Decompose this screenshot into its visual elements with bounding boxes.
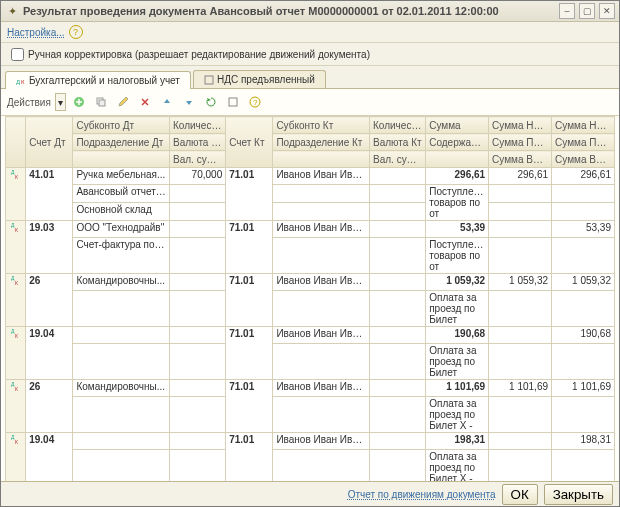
cell-empty — [273, 344, 370, 380]
cell-acc-kt: 71.01 — [226, 380, 273, 433]
move-up-icon[interactable] — [158, 93, 176, 111]
cell-sub-dt: ООО "Технодрайв" — [73, 221, 170, 238]
cell-s2: 1 101,69 — [489, 380, 552, 397]
hdr-svr-kt[interactable]: Сумма ВР Кт — [552, 151, 615, 168]
table-row[interactable]: ДК19.0471.01Иванов Иван Ива...190,68190,… — [6, 327, 615, 344]
cell-sub-kt: Иванов Иван Ива... — [273, 327, 370, 344]
cell-acc-dt: 19.04 — [26, 327, 73, 380]
hdr-podrazd-dt[interactable]: Подразделение Дт — [73, 134, 170, 151]
table-row[interactable]: ДК26Командировочны...71.01Иванов Иван Ив… — [6, 274, 615, 291]
table-row[interactable]: Авансовый отчет ...Поступление товаров п… — [6, 185, 615, 203]
table-row[interactable]: ДК41.01Ручка мебельная...70,00071.01Иван… — [6, 168, 615, 185]
hdr-val-kt[interactable]: Валюта Кт — [370, 134, 426, 151]
tab-vat[interactable]: НДС предъявленный — [193, 70, 326, 88]
actions-dropdown[interactable]: ▾ — [55, 93, 66, 111]
cell-desc: Поступление товаров по от — [426, 238, 489, 274]
actions-label: Действия — [7, 97, 51, 108]
cell-sub-dt: Командировочны... — [73, 274, 170, 291]
hdr-podrazd-kt[interactable]: Подразделение Кт — [273, 134, 370, 151]
cell-empty — [273, 291, 370, 327]
footer: Отчет по движениям документа ОК Закрыть — [1, 481, 619, 506]
hdr-spr-dt[interactable]: Сумма ПР Дт — [489, 134, 552, 151]
hdr-snu-dt[interactable]: Сумма НУ Дт — [489, 117, 552, 134]
cell-empty — [273, 397, 370, 433]
hdr-mark[interactable] — [6, 117, 26, 168]
report-link[interactable]: Отчет по движениям документа — [348, 489, 496, 500]
table-row[interactable]: ДК19.0471.01Иванов Иван Ива...198,31198,… — [6, 433, 615, 450]
hdr-val-dt[interactable]: Валюта Дт — [170, 134, 226, 151]
cell-sub-dt: Авансовый отчет ... — [73, 185, 170, 203]
refresh-icon[interactable] — [202, 93, 220, 111]
hdr-schet-dt[interactable]: Счет Дт — [26, 117, 73, 168]
edit-icon[interactable] — [114, 93, 132, 111]
cell-qty — [170, 433, 226, 450]
table-row[interactable]: Оплата за проезд по Билет Х - — [6, 450, 615, 482]
help2-icon[interactable]: ? — [246, 93, 264, 111]
cell-qty — [170, 380, 226, 397]
cell-acc-dt: 41.01 — [26, 168, 73, 221]
cell-empty — [552, 291, 615, 327]
ok-button[interactable]: ОК — [502, 484, 538, 505]
row-mark-icon: ДК — [6, 274, 26, 327]
table-row[interactable]: ДК19.03ООО "Технодрайв"71.01Иванов Иван … — [6, 221, 615, 238]
titlebar: ✦ Результат проведения документа Авансов… — [1, 1, 619, 22]
cell-empty — [489, 291, 552, 327]
svg-rect-2 — [205, 76, 213, 84]
hdr-svr-dt[interactable]: Сумма ВР Дт — [489, 151, 552, 168]
cell-sub-kt: Иванов Иван Ива... — [273, 168, 370, 185]
hdr-summa[interactable]: Сумма — [426, 117, 489, 134]
cell-empty — [552, 450, 615, 482]
copy-icon[interactable] — [92, 93, 110, 111]
hdr-sub-dt[interactable]: Субконто Дт — [73, 117, 170, 134]
table-header: Счет Дт Субконто Дт Количеств... Счет Кт… — [6, 117, 615, 168]
manual-edit-checkbox[interactable] — [11, 48, 24, 61]
help-icon[interactable]: ? — [69, 25, 83, 39]
maximize-icon[interactable]: ▢ — [579, 3, 595, 19]
cell-s2 — [489, 433, 552, 450]
hdr-snu-kt[interactable]: Сумма НУ Кт — [552, 117, 615, 134]
cell-empty — [170, 185, 226, 203]
svg-rect-6 — [229, 98, 237, 106]
cell-sub-dt: Счет-фактура пол... — [73, 238, 170, 274]
row-mark-icon: ДК — [6, 380, 26, 433]
tab-accounting[interactable]: ДК Бухгалтерский и налоговый учет — [5, 71, 191, 89]
hdr-qty-kt[interactable]: Количеств... — [370, 117, 426, 134]
manual-edit-label: Ручная корректировка (разрешает редактир… — [28, 49, 370, 60]
table-row[interactable]: Счет-фактура пол...Поступление товаров п… — [6, 238, 615, 274]
table-row[interactable]: ДК26Командировочны...71.01Иванов Иван Ив… — [6, 380, 615, 397]
cell-s3: 1 101,69 — [552, 380, 615, 397]
cell-empty — [370, 397, 426, 433]
delete-icon[interactable] — [136, 93, 154, 111]
cell-qty-kt — [370, 168, 426, 185]
settings-link[interactable]: Настройка... — [7, 27, 65, 38]
hdr-valsum-kt[interactable]: Вал. сумм... — [370, 151, 426, 168]
cell-sum: 296,61 — [426, 168, 489, 185]
cell-qty-kt — [370, 221, 426, 238]
hdr-valsum-dt[interactable]: Вал. сумм... — [170, 151, 226, 168]
cell-empty — [273, 238, 370, 274]
cell-s3: 296,61 — [552, 168, 615, 185]
cell-empty — [170, 397, 226, 433]
cell-desc: Поступление товаров по от — [426, 185, 489, 221]
table-row[interactable]: Оплата за проезд по Билет — [6, 291, 615, 327]
grid-scroll[interactable]: Счет Дт Субконто Дт Количеств... Счет Кт… — [1, 116, 619, 481]
hdr-qty-dt[interactable]: Количеств... — [170, 117, 226, 134]
more-icon[interactable] — [224, 93, 242, 111]
close-button[interactable]: Закрыть — [544, 484, 613, 505]
hdr-soderzh[interactable]: Содержание — [426, 134, 489, 151]
cell-acc-kt: 71.01 — [226, 274, 273, 327]
cell-sum: 1 101,69 — [426, 380, 489, 397]
hdr-sub-kt[interactable]: Субконто Кт — [273, 117, 370, 134]
add-icon[interactable] — [70, 93, 88, 111]
minimize-icon[interactable]: – — [559, 3, 575, 19]
close-icon[interactable]: ✕ — [599, 3, 615, 19]
hdr-schet-kt[interactable]: Счет Кт — [226, 117, 273, 168]
row-mark-icon: ДК — [6, 433, 26, 482]
table-row[interactable]: Основной склад — [6, 203, 615, 221]
hdr-spr-kt[interactable]: Сумма ПР Кт — [552, 134, 615, 151]
cell-acc-kt: 71.01 — [226, 221, 273, 274]
table-row[interactable]: Оплата за проезд по Билет Х - — [6, 397, 615, 433]
move-down-icon[interactable] — [180, 93, 198, 111]
cell-sub-dt — [73, 433, 170, 450]
table-row[interactable]: Оплата за проезд по Билет — [6, 344, 615, 380]
